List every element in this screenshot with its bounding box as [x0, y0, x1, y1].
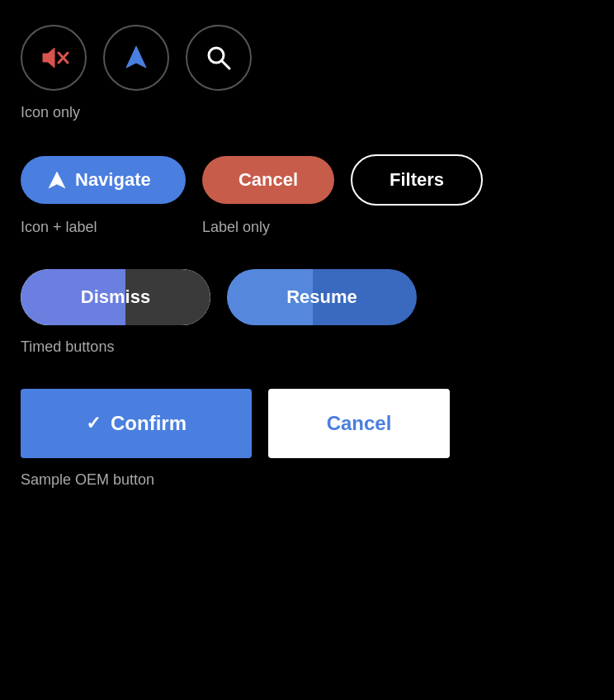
oem-button-row: ✓ Confirm Cancel [21, 389, 593, 458]
search-circle-icon [205, 44, 233, 72]
search-circle-button[interactable] [186, 25, 252, 91]
section-labeled-buttons: Navigate Cancel Filters Icon + label Lab… [21, 154, 593, 236]
navigate-btn-icon [47, 170, 67, 190]
dismiss-button[interactable]: Dismiss [21, 269, 210, 325]
section-oem-buttons: ✓ Confirm Cancel Sample OEM button [21, 389, 593, 489]
icon-only-label: Icon only [21, 104, 593, 121]
page-container: Icon only Navigate Cancel Filters Icon +… [0, 0, 614, 530]
confirm-label: Confirm [111, 412, 187, 435]
mute-button[interactable] [21, 25, 87, 91]
confirm-button[interactable]: ✓ Confirm [21, 389, 252, 458]
navigate-button[interactable]: Navigate [21, 156, 186, 204]
svg-marker-5 [49, 172, 65, 188]
navigate-circle-icon [121, 43, 151, 73]
timed-buttons-label: Timed buttons [21, 338, 593, 356]
filters-label: Filters [390, 169, 444, 190]
navigate-label: Navigate [75, 169, 151, 191]
dismiss-label: Dismiss [81, 286, 150, 308]
navigate-circle-button[interactable] [103, 25, 169, 91]
cancel-red-button[interactable]: Cancel [202, 156, 334, 204]
resume-button[interactable]: Resume [227, 269, 417, 325]
section-timed-buttons: Dismiss Resume Timed buttons [21, 269, 593, 356]
confirm-checkmark: ✓ [86, 413, 101, 434]
timed-button-row: Dismiss Resume [21, 269, 593, 325]
filters-button[interactable]: Filters [351, 154, 483, 206]
button-sublabels-row: Icon + label Label only [21, 219, 593, 236]
svg-line-4 [222, 61, 229, 69]
section-icon-only: Icon only [21, 25, 593, 121]
oem-buttons-label: Sample OEM button [21, 471, 593, 489]
resume-label: Resume [286, 286, 357, 307]
cancel-oem-button[interactable]: Cancel [268, 389, 450, 458]
labeled-button-row: Navigate Cancel Filters [21, 154, 593, 206]
cancel-red-label: Cancel [239, 169, 298, 190]
navigate-sublabel: Icon + label [21, 219, 186, 236]
mute-icon [38, 45, 69, 71]
icon-row [21, 25, 593, 91]
cancel-sublabel: Label only [202, 219, 270, 236]
cancel-oem-label: Cancel [327, 412, 392, 435]
svg-marker-2 [126, 46, 146, 68]
